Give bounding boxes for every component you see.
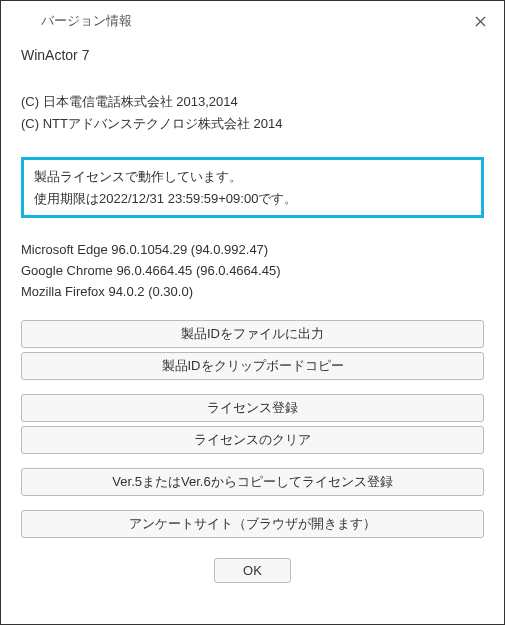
license-buttons: ライセンス登録 ライセンスのクリア (21, 394, 484, 454)
dialog-title: バージョン情報 (41, 12, 132, 30)
browser-versions-block: Microsoft Edge 96.0.1054.29 (94.0.992.47… (21, 240, 484, 302)
close-icon (475, 16, 486, 27)
copyright-line-1: (C) 日本電信電話株式会社 2013,2014 (21, 91, 484, 113)
version-info-dialog: バージョン情報 WinActor 7 (C) 日本電信電話株式会社 2013,2… (0, 0, 505, 625)
browser-firefox: Mozilla Firefox 94.0.2 (0.30.0) (21, 282, 484, 303)
product-name: WinActor 7 (21, 47, 484, 63)
clear-license-button[interactable]: ライセンスのクリア (21, 426, 484, 454)
browser-chrome: Google Chrome 96.0.4664.45 (96.0.4664.45… (21, 261, 484, 282)
license-status-text: 製品ライセンスで動作しています。 (34, 166, 471, 187)
titlebar: バージョン情報 (1, 1, 504, 41)
copy-from-v5v6-button[interactable]: Ver.5またはVer.6からコピーしてライセンス登録 (21, 468, 484, 496)
export-product-id-file-button[interactable]: 製品IDをファイルに出力 (21, 320, 484, 348)
license-status-box: 製品ライセンスで動作しています。 使用期限は2022/12/31 23:59:5… (21, 157, 484, 218)
product-id-buttons: 製品IDをファイルに出力 製品IDをクリップボードコピー (21, 320, 484, 380)
copyright-block: (C) 日本電信電話株式会社 2013,2014 (C) NTTアドバンステクノ… (21, 91, 484, 135)
copy-product-id-clipboard-button[interactable]: 製品IDをクリップボードコピー (21, 352, 484, 380)
survey-site-button[interactable]: アンケートサイト（ブラウザが開きます） (21, 510, 484, 538)
browser-edge: Microsoft Edge 96.0.1054.29 (94.0.992.47… (21, 240, 484, 261)
ok-button[interactable]: OK (214, 558, 291, 583)
close-button[interactable] (468, 9, 492, 33)
dialog-content: WinActor 7 (C) 日本電信電話株式会社 2013,2014 (C) … (1, 41, 504, 624)
survey-buttons: アンケートサイト（ブラウザが開きます） (21, 510, 484, 538)
copyright-line-2: (C) NTTアドバンステクノロジ株式会社 2014 (21, 113, 484, 135)
register-license-button[interactable]: ライセンス登録 (21, 394, 484, 422)
license-expiry-text: 使用期限は2022/12/31 23:59:59+09:00です。 (34, 188, 471, 209)
migration-buttons: Ver.5またはVer.6からコピーしてライセンス登録 (21, 468, 484, 496)
ok-row: OK (21, 552, 484, 597)
